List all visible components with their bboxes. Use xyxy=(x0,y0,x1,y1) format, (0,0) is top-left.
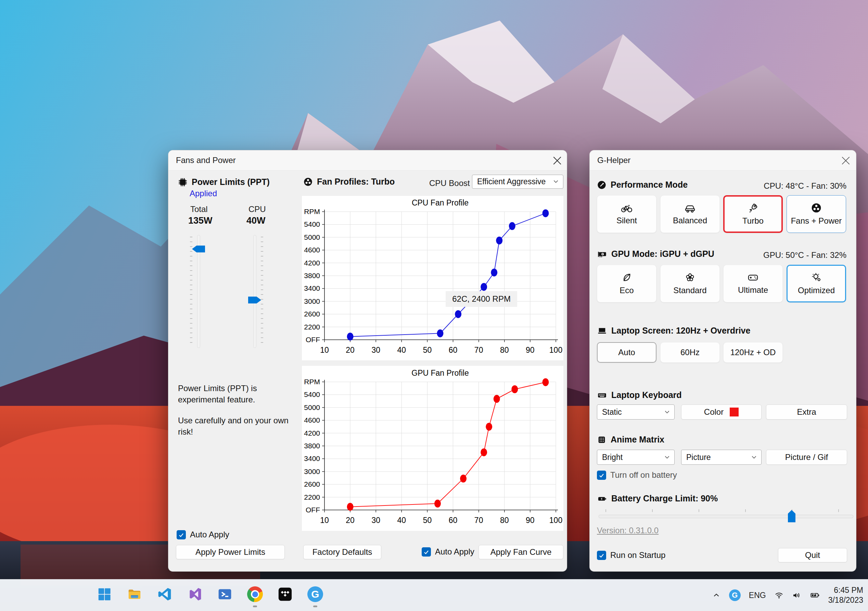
battery-charging-icon[interactable] xyxy=(810,591,820,600)
svg-text:CPU Fan Profile: CPU Fan Profile xyxy=(412,198,468,207)
total-power-slider[interactable] xyxy=(189,235,208,348)
keyboard-mode-select[interactable]: Static xyxy=(597,404,674,420)
svg-text:4200: 4200 xyxy=(304,429,320,437)
taskbar-tray: G ENG 6:45 PM 3/18/2023 xyxy=(712,580,863,611)
matrix-brightness-select[interactable]: Bright xyxy=(597,450,674,465)
matrix-content-select[interactable]: Picture xyxy=(681,450,761,465)
cpu-fan-chart[interactable]: OFF220026003000340038004200460050005400R… xyxy=(302,196,563,360)
fans-and-power-window: Fans and Power Power Limits (PPT) Applie… xyxy=(168,150,567,572)
checkbox-checked-icon[interactable] xyxy=(597,551,606,560)
perf-button-fans-power[interactable]: Fans + Power xyxy=(787,195,846,233)
cpu-power-slider-thumb[interactable] xyxy=(248,297,261,303)
matrix-grid-icon xyxy=(597,435,606,445)
factory-defaults-button[interactable]: Factory Defaults xyxy=(303,545,381,559)
svg-text:50: 50 xyxy=(423,516,432,525)
keyboard-color-button[interactable]: Color xyxy=(681,404,761,420)
cpu-watts-value: 40W xyxy=(246,215,266,226)
svg-text:GPU Fan Profile: GPU Fan Profile xyxy=(411,368,468,378)
svg-text:5000: 5000 xyxy=(304,233,320,241)
svg-text:OFF: OFF xyxy=(305,336,320,344)
file-explorer-button[interactable] xyxy=(125,584,144,604)
screen-button-auto[interactable]: Auto xyxy=(597,342,656,363)
power-limits-status[interactable]: Applied xyxy=(190,189,217,198)
power-limits-heading: Power Limits (PPT) xyxy=(178,177,270,187)
perf-button-turbo[interactable]: Turbo xyxy=(723,195,783,233)
quit-button[interactable]: Quit xyxy=(778,548,847,562)
svg-text:3800: 3800 xyxy=(304,442,320,450)
checkbox-checked-icon[interactable] xyxy=(177,530,186,539)
perf-button-silent[interactable]: Silent xyxy=(597,195,656,233)
screen-button-60hz[interactable]: 60Hz xyxy=(660,342,720,363)
close-icon[interactable] xyxy=(842,157,850,165)
total-power-slider-thumb[interactable] xyxy=(192,246,205,252)
auto-apply-power-label: Auto Apply xyxy=(190,530,229,539)
apply-power-limits-button[interactable]: Apply Power Limits xyxy=(176,545,285,559)
vscode-button[interactable] xyxy=(155,584,175,604)
perf-button-balanced[interactable]: Balanced xyxy=(660,195,720,233)
gamepad-icon xyxy=(747,272,759,283)
screen-button-120hz-od[interactable]: 120Hz + OD xyxy=(723,342,783,363)
language-indicator[interactable]: ENG xyxy=(749,591,766,600)
battery-charge-limit-heading: Battery Charge Limit: 90% xyxy=(597,493,718,504)
visual-studio-button[interactable] xyxy=(185,584,205,604)
svg-text:90: 90 xyxy=(526,516,535,525)
tidal-button[interactable] xyxy=(275,584,295,604)
gpu-button-optimized[interactable]: Optimized xyxy=(787,265,846,302)
auto-apply-fan-checkbox-row[interactable]: Auto Apply xyxy=(422,547,474,557)
matrix-battery-checkbox-row[interactable]: Turn off on battery xyxy=(597,470,677,480)
chevron-down-icon xyxy=(553,180,558,183)
gpu-fan-chart[interactable]: OFF220026003000340038004200460050005400R… xyxy=(302,366,563,531)
clock[interactable]: 6:45 PM 3/18/2023 xyxy=(828,585,863,605)
slider-track[interactable] xyxy=(253,235,256,348)
svg-text:3000: 3000 xyxy=(304,297,320,305)
ghelper-icon: G xyxy=(307,586,323,602)
taskbar: G G ENG 6:45 PM 3/18/2023 xyxy=(0,579,868,611)
visual-studio-icon xyxy=(187,587,202,602)
svg-text:100: 100 xyxy=(549,516,563,525)
ghelper-titlebar[interactable]: G-Helper xyxy=(590,150,856,171)
ghelper-tray-icon[interactable]: G xyxy=(729,589,741,601)
laptop-keyboard-heading: Laptop Keyboard xyxy=(597,390,682,400)
gpu-button-standard[interactable]: Standard xyxy=(660,265,720,302)
matrix-picture-gif-button[interactable]: Picture / Gif xyxy=(766,450,847,465)
auto-apply-power-checkbox-row[interactable]: Auto Apply xyxy=(177,530,229,539)
wifi-icon[interactable] xyxy=(774,591,784,600)
version-link[interactable]: Version: 0.31.0.0 xyxy=(597,526,659,535)
gpu-mode-heading: GPU Mode: iGPU + dGPU xyxy=(597,249,714,259)
svg-text:5400: 5400 xyxy=(304,220,320,228)
gpu-temp-fan-status: GPU: 50°C - Fan: 32% xyxy=(763,250,846,260)
slider-ticks xyxy=(190,237,192,346)
tray-chevron-up-icon[interactable] xyxy=(712,591,721,600)
cpu-boost-select[interactable]: Efficient Aggressive xyxy=(472,175,563,189)
svg-text:3400: 3400 xyxy=(304,454,320,462)
svg-text:40: 40 xyxy=(397,345,406,354)
start-button[interactable] xyxy=(95,584,114,604)
battery-charge-limit-slider[interactable] xyxy=(598,509,853,525)
taskbar-app-icons: G xyxy=(95,584,325,604)
keyboard-extra-button[interactable]: Extra xyxy=(766,404,847,420)
volume-icon[interactable] xyxy=(792,591,801,600)
gpu-button-ultimate[interactable]: Ultimate xyxy=(723,265,783,302)
powershell-button[interactable] xyxy=(215,584,235,604)
chrome-button[interactable] xyxy=(245,584,265,604)
apply-fan-curve-button[interactable]: Apply Fan Curve xyxy=(479,545,563,559)
bulb-gear-icon xyxy=(811,272,822,283)
close-icon[interactable] xyxy=(553,157,561,165)
svg-text:60: 60 xyxy=(449,516,457,525)
ppt-warning-line1: Power Limits (PPT) is experimental featu… xyxy=(178,382,291,405)
matrix-battery-checkbox-label: Turn off on battery xyxy=(610,470,677,480)
desktop: { "fans": { "title": "Fans and Power", "… xyxy=(0,0,868,611)
svg-text:30: 30 xyxy=(371,516,380,525)
gpu-button-eco[interactable]: Eco xyxy=(597,265,656,302)
ghelper-taskbar-button[interactable]: G xyxy=(305,584,325,604)
slider-track[interactable] xyxy=(598,515,853,518)
chevron-down-icon xyxy=(665,410,670,414)
ghelper-window-title: G-Helper xyxy=(597,150,631,170)
svg-text:80: 80 xyxy=(500,345,509,354)
checkbox-checked-icon[interactable] xyxy=(422,547,431,557)
run-on-startup-checkbox-row[interactable]: Run on Startup xyxy=(597,550,665,560)
checkbox-checked-icon[interactable] xyxy=(597,471,606,480)
cpu-power-slider[interactable] xyxy=(245,235,264,348)
svg-text:70: 70 xyxy=(474,516,483,525)
fans-titlebar[interactable]: Fans and Power xyxy=(168,150,567,171)
